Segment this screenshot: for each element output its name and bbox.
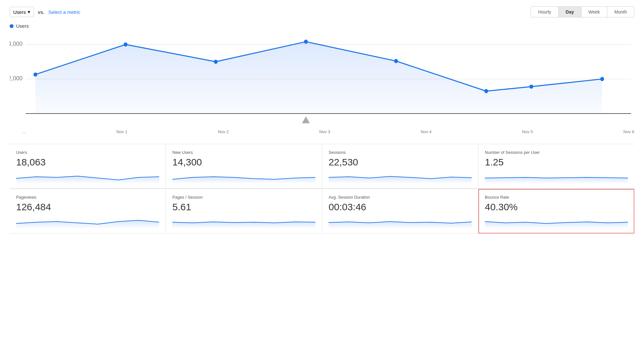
metric-card-sessions: Sessions 22,530: [322, 144, 478, 189]
x-label-nov3: Nov 3: [319, 129, 330, 134]
day-button[interactable]: Day: [559, 7, 582, 17]
svg-marker-8: [485, 177, 628, 183]
x-label-nov1: Nov 1: [117, 129, 128, 134]
week-button[interactable]: Week: [582, 7, 608, 17]
metric-value-avg-session-duration: 00:03:46: [329, 202, 472, 213]
sparkline-sessions-per-user: [485, 170, 628, 183]
legend-dot-icon: [10, 24, 14, 28]
metric-label-new-users: New Users: [172, 150, 315, 155]
metric-label-pageviews: Pageviews: [16, 195, 159, 200]
metric-value-sessions: 22,530: [329, 157, 472, 168]
metric-label-sessions-per-user: Number of Sessions per User: [485, 150, 628, 155]
metric-label-users: Users: [16, 150, 159, 155]
chart-point: [214, 60, 218, 64]
metric-card-bounce-rate: Bounce Rate 40.30%: [478, 189, 634, 233]
chart-point: [484, 89, 488, 93]
dropdown-arrow-icon: ▾: [28, 9, 30, 15]
x-label-nov6: Nov 6: [623, 129, 634, 134]
metric-value-bounce-rate: 40.30%: [485, 202, 628, 213]
chart-point: [304, 40, 308, 44]
sparkline-users: [16, 170, 159, 183]
chart-tooltip-arrow: [302, 116, 310, 123]
metrics-section: Users 18,063 New Users 14,300 Sessions 2…: [10, 144, 634, 233]
sparkline-pages-per-session: [172, 215, 315, 228]
svg-text:4,000: 4,000: [10, 40, 23, 47]
x-axis-labels: ... Nov 1 Nov 2 Nov 3 Nov 4 Nov 5 Nov 6: [10, 127, 634, 134]
metrics-row-2: Pageviews 126,484 Pages / Session 5.61 A…: [10, 189, 634, 233]
metric-value-new-users: 14,300: [172, 157, 315, 168]
top-left-controls: Users ▾ vs. Select a metric: [10, 7, 80, 17]
metric-card-pages-per-session: Pages / Session 5.61: [166, 189, 322, 233]
metric-card-avg-session-duration: Avg. Session Duration 00:03:46: [322, 189, 478, 233]
sparkline-sessions: [329, 170, 472, 183]
metric-card-pageviews: Pageviews 126,484: [10, 189, 166, 233]
x-label-ellipsis: ...: [23, 129, 26, 134]
sparkline-new-users: [172, 170, 315, 183]
legend-label: Users: [16, 23, 29, 29]
select-metric-link[interactable]: Select a metric: [48, 9, 80, 15]
chart-point: [124, 42, 128, 46]
metric-dropdown-label: Users: [13, 9, 26, 15]
sparkline-pageviews: [16, 215, 159, 228]
metric-card-users: Users 18,063: [10, 144, 166, 189]
x-label-nov4: Nov 4: [421, 129, 432, 134]
metric-label-pages-per-session: Pages / Session: [172, 195, 315, 200]
chart-legend: Users: [10, 23, 634, 29]
chart-point: [34, 73, 37, 77]
chart-point: [529, 84, 533, 89]
metric-card-new-users: New Users 14,300: [166, 144, 322, 189]
main-chart: 4,000 2,000: [10, 31, 634, 127]
chart-point: [600, 77, 604, 81]
sparkline-bounce-rate: [485, 215, 628, 228]
vs-label: vs.: [38, 9, 44, 15]
month-button[interactable]: Month: [607, 7, 634, 17]
metrics-row-1: Users 18,063 New Users 14,300 Sessions 2…: [10, 144, 634, 189]
x-label-nov2: Nov 2: [218, 129, 229, 134]
chart-fill-area: [35, 42, 602, 114]
metric-card-sessions-per-user: Number of Sessions per User 1.25: [478, 144, 634, 189]
metric-value-pages-per-session: 5.61: [172, 202, 315, 213]
metric-label-bounce-rate: Bounce Rate: [485, 195, 628, 200]
svg-marker-9: [16, 220, 159, 228]
metric-dropdown[interactable]: Users ▾: [10, 7, 34, 17]
chart-point: [394, 59, 398, 63]
svg-text:2,000: 2,000: [10, 75, 23, 82]
metric-value-pageviews: 126,484: [16, 202, 159, 213]
svg-marker-11: [329, 222, 472, 228]
top-bar: Users ▾ vs. Select a metric Hourly Day W…: [10, 6, 634, 17]
metric-label-sessions: Sessions: [329, 150, 472, 155]
x-label-nov5: Nov 5: [522, 129, 533, 134]
time-period-selector: Hourly Day Week Month: [531, 6, 634, 17]
metric-label-avg-session-duration: Avg. Session Duration: [329, 195, 472, 200]
metric-value-users: 18,063: [16, 157, 159, 168]
hourly-button[interactable]: Hourly: [531, 7, 558, 17]
metric-value-sessions-per-user: 1.25: [485, 157, 628, 168]
chart-svg: 4,000 2,000: [10, 31, 634, 127]
sparkline-avg-session-duration: [329, 215, 472, 228]
